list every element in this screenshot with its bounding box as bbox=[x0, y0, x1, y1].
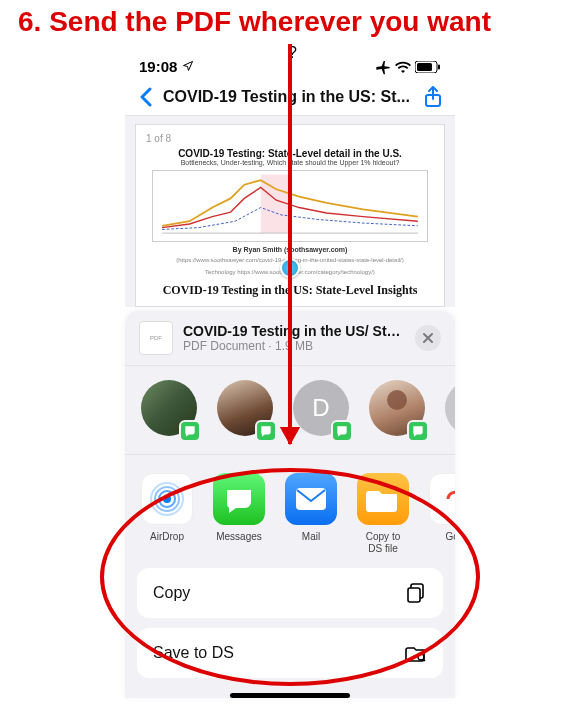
avatar bbox=[445, 380, 455, 436]
svg-rect-12 bbox=[408, 588, 420, 602]
svg-point-6 bbox=[163, 495, 171, 503]
messages-badge-icon bbox=[331, 420, 353, 442]
status-right bbox=[375, 59, 441, 75]
battery-icon bbox=[415, 61, 441, 73]
file-thumbnail: PDF bbox=[139, 321, 173, 355]
back-button[interactable] bbox=[135, 86, 157, 108]
app-label: AirDrop bbox=[150, 531, 184, 543]
app-label: Mail bbox=[302, 531, 320, 543]
share-app-mail[interactable]: Mail bbox=[283, 473, 339, 554]
wifi-icon bbox=[395, 61, 411, 73]
file-info: COVID-19 Testing in the US/ State-Leve..… bbox=[183, 323, 405, 353]
share-app-messages[interactable]: Messages bbox=[211, 473, 267, 554]
svg-rect-10 bbox=[296, 488, 326, 510]
clock: 19:08 bbox=[139, 58, 177, 75]
close-button[interactable] bbox=[415, 325, 441, 351]
messages-badge-icon bbox=[179, 420, 201, 442]
file-name: COVID-19 Testing in the US/ State-Leve..… bbox=[183, 323, 405, 339]
messages-badge-icon bbox=[407, 420, 429, 442]
action-label: Copy bbox=[153, 584, 190, 602]
action-copy[interactable]: Copy bbox=[137, 568, 443, 618]
copy-icon bbox=[405, 582, 427, 604]
save-folder-icon bbox=[405, 642, 427, 664]
contact-suggestion[interactable] bbox=[215, 380, 275, 440]
share-button[interactable] bbox=[421, 85, 445, 109]
contact-suggestion[interactable] bbox=[367, 380, 427, 440]
share-app-airdrop[interactable]: AirDrop bbox=[139, 473, 195, 554]
messages-badge-icon bbox=[255, 420, 277, 442]
messages-icon bbox=[213, 473, 265, 525]
contact-suggestion[interactable]: D bbox=[291, 380, 351, 440]
app-label: Messages bbox=[216, 531, 262, 543]
action-label: Save to DS bbox=[153, 644, 234, 662]
location-icon bbox=[182, 60, 194, 72]
contact-suggestion[interactable] bbox=[139, 380, 199, 440]
status-left: 19:08 bbox=[139, 58, 194, 75]
airplane-mode-icon bbox=[375, 59, 391, 75]
action-save-ds[interactable]: Save to DS bbox=[137, 628, 443, 678]
share-actions: Copy Save to DS bbox=[125, 568, 455, 696]
folder-icon bbox=[357, 473, 409, 525]
svg-rect-1 bbox=[417, 63, 432, 71]
contact-suggestion[interactable] bbox=[443, 380, 455, 440]
file-meta: PDF Document · 1.9 MB bbox=[183, 339, 405, 353]
share-app-ds-file[interactable]: Copy to DS file bbox=[355, 473, 411, 554]
airdrop-icon bbox=[141, 473, 193, 525]
app-label: Copy to DS file bbox=[366, 531, 400, 554]
app-label: Goo bbox=[446, 531, 455, 543]
home-indicator bbox=[230, 693, 350, 698]
google-icon bbox=[429, 473, 455, 525]
apps-row: AirDrop Messages Mail Copy to DS file bbox=[125, 455, 455, 568]
annotation-arrow bbox=[288, 44, 292, 444]
share-app-google[interactable]: Goo bbox=[427, 473, 455, 554]
mail-icon bbox=[285, 473, 337, 525]
svg-rect-2 bbox=[438, 64, 440, 69]
